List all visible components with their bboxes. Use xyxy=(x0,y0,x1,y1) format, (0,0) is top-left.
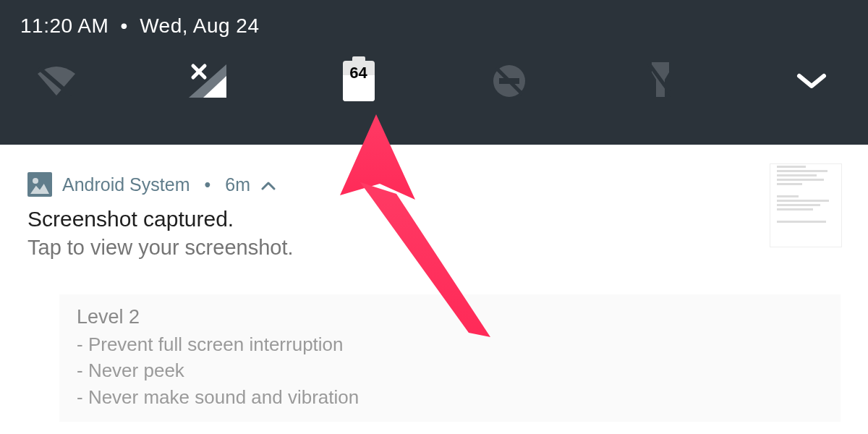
expand-quick-settings[interactable] xyxy=(790,59,833,103)
notification-title[interactable]: Screenshot captured. xyxy=(27,207,846,231)
card-line: - Never peek xyxy=(77,357,823,383)
svg-rect-6 xyxy=(652,62,669,67)
status-time-date: 11:20 AM • Wed, Aug 24 xyxy=(20,14,848,38)
screenshot-thumbnail[interactable] xyxy=(770,163,842,247)
wifi-toggle[interactable] xyxy=(35,59,78,103)
card-line: - Prevent full screen interruption xyxy=(77,331,823,357)
battery-tile[interactable]: 64 xyxy=(337,59,380,103)
chevron-up-icon[interactable] xyxy=(260,174,276,195)
flashlight-off-icon xyxy=(646,61,675,101)
do-not-disturb-toggle[interactable] xyxy=(488,59,531,103)
image-icon xyxy=(27,172,52,197)
notification-app-name: Android System xyxy=(62,174,190,195)
separator-dot: • xyxy=(121,14,128,37)
wifi-off-icon xyxy=(35,64,78,98)
quick-settings-panel: 11:20 AM • Wed, Aug 24 xyxy=(0,0,868,145)
status-date: Wed, Aug 24 xyxy=(140,14,259,37)
expanded-notification-card[interactable]: Level 2 - Prevent full screen interrupti… xyxy=(59,294,841,422)
cellular-toggle[interactable] xyxy=(186,59,229,103)
battery-percent-text: 64 xyxy=(349,64,367,82)
chevron-down-icon xyxy=(795,70,828,92)
notification-subtitle[interactable]: Tap to view your screenshot. xyxy=(27,236,846,260)
notification-shade-content: Android System • 6m Screenshot captured.… xyxy=(0,145,868,422)
card-title: Level 2 xyxy=(77,306,823,328)
signal-no-sim-icon xyxy=(187,63,228,99)
separator-dot: • xyxy=(204,174,210,195)
notification-header[interactable]: Android System • 6m xyxy=(27,172,846,197)
card-line: - Never make sound and vibration xyxy=(77,384,823,410)
battery-icon: 64 xyxy=(343,61,375,101)
status-time: 11:20 AM xyxy=(20,14,109,37)
notification-age: 6m xyxy=(225,174,250,195)
flashlight-toggle[interactable] xyxy=(639,59,682,103)
dnd-off-icon xyxy=(490,62,528,100)
quick-settings-row: 64 xyxy=(20,38,848,103)
